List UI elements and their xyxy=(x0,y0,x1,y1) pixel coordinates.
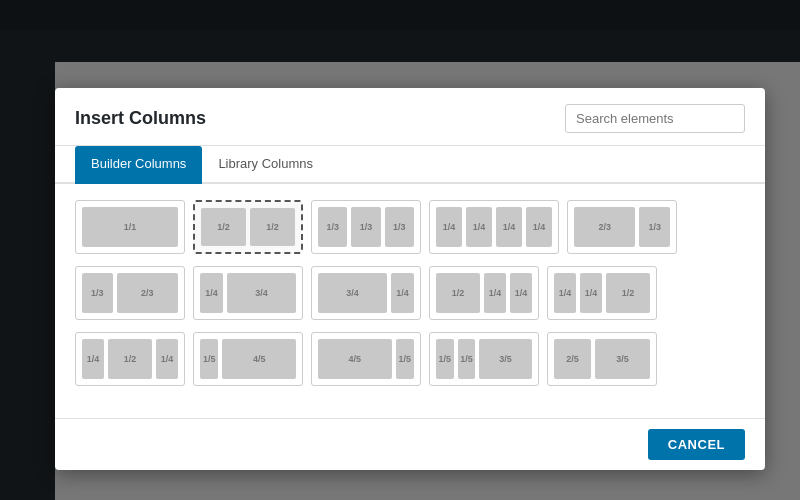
column-option-2col-45-15[interactable]: 4/5 1/5 xyxy=(311,332,421,386)
column-option-2col-equal[interactable]: 1/2 1/2 xyxy=(193,200,303,254)
col-block: 2/3 xyxy=(574,207,635,247)
modal-title: Insert Columns xyxy=(75,108,206,129)
col-block: 1/2 xyxy=(250,208,295,246)
columns-row-3: 1/4 1/2 1/4 1/5 4/5 4/5 1/5 1/5 1/5 xyxy=(75,332,745,386)
columns-row-1: 1/1 1/2 1/2 1/3 1/3 1/3 1/4 1/4 1/4 xyxy=(75,200,745,254)
col-block: 3/4 xyxy=(227,273,296,313)
column-option-3col-15-15-35[interactable]: 1/5 1/5 3/5 xyxy=(429,332,539,386)
column-option-3col-14-12-14[interactable]: 1/4 1/2 1/4 xyxy=(75,332,185,386)
col-block: 3/4 xyxy=(318,273,387,313)
col-block: 1/5 xyxy=(396,339,414,379)
col-block: 1/3 xyxy=(82,273,113,313)
col-block: 4/5 xyxy=(318,339,392,379)
col-block: 4/5 xyxy=(222,339,296,379)
modal-header: Insert Columns xyxy=(55,88,765,146)
col-block: 1/4 xyxy=(156,339,178,379)
col-block: 1/4 xyxy=(436,207,462,247)
column-option-2col-13-23[interactable]: 1/3 2/3 xyxy=(75,266,185,320)
col-block: 1/3 xyxy=(351,207,380,247)
col-block: 1/4 xyxy=(82,339,104,379)
column-option-1col[interactable]: 1/1 xyxy=(75,200,185,254)
col-block: 1/4 xyxy=(580,273,602,313)
tab-builder-columns[interactable]: Builder Columns xyxy=(75,146,202,184)
columns-grid: 1/1 1/2 1/2 1/3 1/3 1/3 1/4 1/4 1/4 xyxy=(75,200,745,386)
col-block: 2/5 xyxy=(554,339,591,379)
col-block: 1/4 xyxy=(466,207,492,247)
modal-body: 1/1 1/2 1/2 1/3 1/3 1/3 1/4 1/4 1/4 xyxy=(55,184,765,418)
col-block: 1/5 xyxy=(436,339,454,379)
col-block: 1/2 xyxy=(436,273,480,313)
column-option-2col-34-14[interactable]: 3/4 1/4 xyxy=(311,266,421,320)
col-block: 2/3 xyxy=(117,273,178,313)
column-option-2col-14-34[interactable]: 1/4 3/4 xyxy=(193,266,303,320)
col-block: 1/4 xyxy=(391,273,414,313)
col-block: 1/4 xyxy=(554,273,576,313)
tab-library-columns[interactable]: Library Columns xyxy=(202,146,329,184)
column-option-2col-15-45[interactable]: 1/5 4/5 xyxy=(193,332,303,386)
col-block: 1/5 xyxy=(200,339,218,379)
col-block: 1/4 xyxy=(510,273,532,313)
column-option-2col-25-35[interactable]: 2/5 3/5 xyxy=(547,332,657,386)
search-input[interactable] xyxy=(565,104,745,133)
col-block: 1/3 xyxy=(385,207,414,247)
col-block: 1/3 xyxy=(639,207,670,247)
modal-footer: CANCEL xyxy=(55,418,765,470)
column-option-4col-equal[interactable]: 1/4 1/4 1/4 1/4 xyxy=(429,200,559,254)
col-block: 3/5 xyxy=(479,339,532,379)
insert-columns-modal: Insert Columns Builder Columns Library C… xyxy=(55,88,765,470)
columns-row-2: 1/3 2/3 1/4 3/4 3/4 1/4 1/2 1/4 1/4 xyxy=(75,266,745,320)
column-option-2col-23-13[interactable]: 2/3 1/3 xyxy=(567,200,677,254)
col-block: 1/1 xyxy=(82,207,178,247)
col-block: 1/5 xyxy=(458,339,476,379)
col-block: 1/4 xyxy=(496,207,522,247)
col-block: 1/2 xyxy=(108,339,152,379)
col-block: 1/2 xyxy=(201,208,246,246)
column-option-3col-14-14-12[interactable]: 1/4 1/4 1/2 xyxy=(547,266,657,320)
column-option-3col-12-14-14[interactable]: 1/2 1/4 1/4 xyxy=(429,266,539,320)
col-block: 1/3 xyxy=(318,207,347,247)
col-block: 1/4 xyxy=(484,273,506,313)
col-block: 1/2 xyxy=(606,273,650,313)
col-block: 1/4 xyxy=(526,207,552,247)
column-option-3col-equal[interactable]: 1/3 1/3 1/3 xyxy=(311,200,421,254)
tabs-bar: Builder Columns Library Columns xyxy=(55,146,765,184)
col-block: 1/4 xyxy=(200,273,223,313)
cancel-button[interactable]: CANCEL xyxy=(648,429,745,460)
col-block: 3/5 xyxy=(595,339,650,379)
